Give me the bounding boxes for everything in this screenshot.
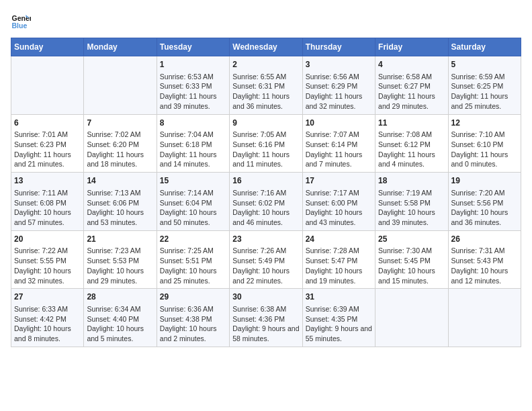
calendar-cell: 18Sunrise: 7:19 AM Sunset: 5:58 PM Dayli… (375, 173, 448, 231)
day-content: Sunrise: 7:10 AM Sunset: 6:10 PM Dayligh… (451, 130, 518, 169)
calendar-cell: 3Sunrise: 6:56 AM Sunset: 6:29 PM Daylig… (302, 56, 375, 115)
day-number: 9 (232, 118, 299, 129)
day-content: Sunrise: 7:16 AM Sunset: 6:02 PM Dayligh… (232, 188, 299, 228)
day-content: Sunrise: 6:53 AM Sunset: 6:33 PM Dayligh… (160, 72, 226, 111)
calendar-cell (11, 56, 84, 115)
calendar-cell: 17Sunrise: 7:17 AM Sunset: 6:00 PM Dayli… (302, 173, 375, 231)
calendar-week-row: 27Sunrise: 6:33 AM Sunset: 4:42 PM Dayli… (11, 289, 521, 347)
column-header-saturday: Saturday (448, 38, 521, 56)
day-content: Sunrise: 7:08 AM Sunset: 6:12 PM Dayligh… (378, 130, 445, 169)
day-content: Sunrise: 7:07 AM Sunset: 6:14 PM Dayligh… (306, 130, 372, 169)
day-content: Sunrise: 7:01 AM Sunset: 6:23 PM Dayligh… (14, 130, 81, 169)
day-number: 4 (378, 59, 445, 71)
page-header: General Blue (11, 11, 521, 31)
day-content: Sunrise: 7:02 AM Sunset: 6:20 PM Dayligh… (87, 130, 153, 169)
day-number: 13 (14, 175, 81, 187)
calendar-cell: 10Sunrise: 7:07 AM Sunset: 6:14 PM Dayli… (302, 114, 375, 173)
day-number: 29 (160, 291, 226, 303)
day-number: 8 (160, 118, 226, 129)
calendar-cell: 30Sunrise: 6:38 AM Sunset: 4:36 PM Dayli… (230, 289, 302, 347)
day-number: 5 (451, 59, 518, 71)
day-number: 15 (160, 175, 226, 187)
calendar-cell: 20Sunrise: 7:22 AM Sunset: 5:55 PM Dayli… (11, 230, 84, 289)
day-number: 30 (232, 291, 299, 303)
calendar-cell: 11Sunrise: 7:08 AM Sunset: 6:12 PM Dayli… (375, 114, 448, 173)
calendar-cell (84, 56, 157, 115)
day-content: Sunrise: 6:55 AM Sunset: 6:31 PM Dayligh… (232, 72, 299, 111)
day-content: Sunrise: 6:34 AM Sunset: 4:40 PM Dayligh… (87, 304, 153, 344)
day-number: 22 (160, 234, 226, 245)
calendar-cell: 8Sunrise: 7:04 AM Sunset: 6:18 PM Daylig… (157, 114, 229, 173)
calendar-cell: 31Sunrise: 6:39 AM Sunset: 4:35 PM Dayli… (302, 289, 375, 347)
calendar-cell: 13Sunrise: 7:11 AM Sunset: 6:08 PM Dayli… (11, 173, 84, 231)
calendar-week-row: 1Sunrise: 6:53 AM Sunset: 6:33 PM Daylig… (11, 56, 521, 115)
day-content: Sunrise: 7:28 AM Sunset: 5:47 PM Dayligh… (306, 246, 372, 285)
calendar-cell: 12Sunrise: 7:10 AM Sunset: 6:10 PM Dayli… (448, 114, 521, 173)
day-number: 2 (232, 59, 299, 71)
day-content: Sunrise: 7:23 AM Sunset: 5:53 PM Dayligh… (87, 246, 153, 285)
calendar-cell: 4Sunrise: 6:58 AM Sunset: 6:27 PM Daylig… (375, 56, 448, 115)
calendar-table: SundayMondayTuesdayWednesdayThursdayFrid… (11, 38, 521, 347)
day-content: Sunrise: 7:14 AM Sunset: 6:04 PM Dayligh… (160, 188, 226, 228)
day-content: Sunrise: 7:04 AM Sunset: 6:18 PM Dayligh… (160, 130, 226, 169)
day-content: Sunrise: 7:17 AM Sunset: 6:00 PM Dayligh… (306, 188, 372, 228)
calendar-cell: 23Sunrise: 7:26 AM Sunset: 5:49 PM Dayli… (230, 230, 302, 289)
calendar-cell: 6Sunrise: 7:01 AM Sunset: 6:23 PM Daylig… (11, 114, 84, 173)
day-number: 7 (87, 118, 153, 129)
day-number: 19 (451, 175, 518, 187)
day-number: 11 (378, 118, 445, 129)
day-number: 12 (451, 118, 518, 129)
day-number: 26 (451, 234, 518, 245)
day-number: 25 (378, 234, 445, 245)
day-content: Sunrise: 7:05 AM Sunset: 6:16 PM Dayligh… (232, 130, 299, 169)
calendar-cell: 21Sunrise: 7:23 AM Sunset: 5:53 PM Dayli… (84, 230, 157, 289)
calendar-cell (375, 289, 448, 347)
calendar-header-row: SundayMondayTuesdayWednesdayThursdayFrid… (11, 38, 521, 56)
day-number: 3 (306, 59, 372, 71)
calendar-cell: 28Sunrise: 6:34 AM Sunset: 4:40 PM Dayli… (84, 289, 157, 347)
day-number: 14 (87, 175, 153, 187)
day-content: Sunrise: 7:22 AM Sunset: 5:55 PM Dayligh… (14, 246, 81, 285)
day-number: 28 (87, 291, 153, 303)
day-number: 24 (306, 234, 372, 245)
column-header-sunday: Sunday (11, 38, 84, 56)
day-content: Sunrise: 7:31 AM Sunset: 5:43 PM Dayligh… (451, 246, 518, 285)
column-header-monday: Monday (84, 38, 157, 56)
day-content: Sunrise: 6:36 AM Sunset: 4:38 PM Dayligh… (160, 304, 226, 344)
day-content: Sunrise: 6:58 AM Sunset: 6:27 PM Dayligh… (378, 72, 445, 111)
logo: General Blue (11, 11, 34, 31)
calendar-cell: 9Sunrise: 7:05 AM Sunset: 6:16 PM Daylig… (230, 114, 302, 173)
day-content: Sunrise: 7:20 AM Sunset: 5:56 PM Dayligh… (451, 188, 518, 228)
day-content: Sunrise: 7:19 AM Sunset: 5:58 PM Dayligh… (378, 188, 445, 228)
day-content: Sunrise: 7:11 AM Sunset: 6:08 PM Dayligh… (14, 188, 81, 228)
day-number: 20 (14, 234, 81, 245)
day-content: Sunrise: 7:13 AM Sunset: 6:06 PM Dayligh… (87, 188, 153, 228)
column-header-wednesday: Wednesday (230, 38, 302, 56)
day-number: 10 (306, 118, 372, 129)
calendar-cell: 7Sunrise: 7:02 AM Sunset: 6:20 PM Daylig… (84, 114, 157, 173)
calendar-cell: 29Sunrise: 6:36 AM Sunset: 4:38 PM Dayli… (157, 289, 229, 347)
calendar-cell: 16Sunrise: 7:16 AM Sunset: 6:02 PM Dayli… (230, 173, 302, 231)
calendar-week-row: 6Sunrise: 7:01 AM Sunset: 6:23 PM Daylig… (11, 114, 521, 173)
day-number: 16 (232, 175, 299, 187)
calendar-week-row: 20Sunrise: 7:22 AM Sunset: 5:55 PM Dayli… (11, 230, 521, 289)
day-content: Sunrise: 6:56 AM Sunset: 6:29 PM Dayligh… (306, 72, 372, 111)
calendar-cell: 25Sunrise: 7:30 AM Sunset: 5:45 PM Dayli… (375, 230, 448, 289)
column-header-tuesday: Tuesday (157, 38, 229, 56)
day-content: Sunrise: 6:39 AM Sunset: 4:35 PM Dayligh… (306, 304, 372, 344)
calendar-cell: 14Sunrise: 7:13 AM Sunset: 6:06 PM Dayli… (84, 173, 157, 231)
calendar-week-row: 13Sunrise: 7:11 AM Sunset: 6:08 PM Dayli… (11, 173, 521, 231)
day-number: 27 (14, 291, 81, 303)
calendar-cell: 5Sunrise: 6:59 AM Sunset: 6:25 PM Daylig… (448, 56, 521, 115)
calendar-cell: 22Sunrise: 7:25 AM Sunset: 5:51 PM Dayli… (157, 230, 229, 289)
day-number: 21 (87, 234, 153, 245)
logo-icon: General Blue (11, 11, 31, 31)
calendar-cell: 24Sunrise: 7:28 AM Sunset: 5:47 PM Dayli… (302, 230, 375, 289)
calendar-cell: 15Sunrise: 7:14 AM Sunset: 6:04 PM Dayli… (157, 173, 229, 231)
day-number: 31 (306, 291, 372, 303)
day-number: 6 (14, 118, 81, 129)
calendar-cell: 1Sunrise: 6:53 AM Sunset: 6:33 PM Daylig… (157, 56, 229, 115)
day-number: 23 (232, 234, 299, 245)
calendar-cell: 2Sunrise: 6:55 AM Sunset: 6:31 PM Daylig… (230, 56, 302, 115)
calendar-cell (448, 289, 521, 347)
